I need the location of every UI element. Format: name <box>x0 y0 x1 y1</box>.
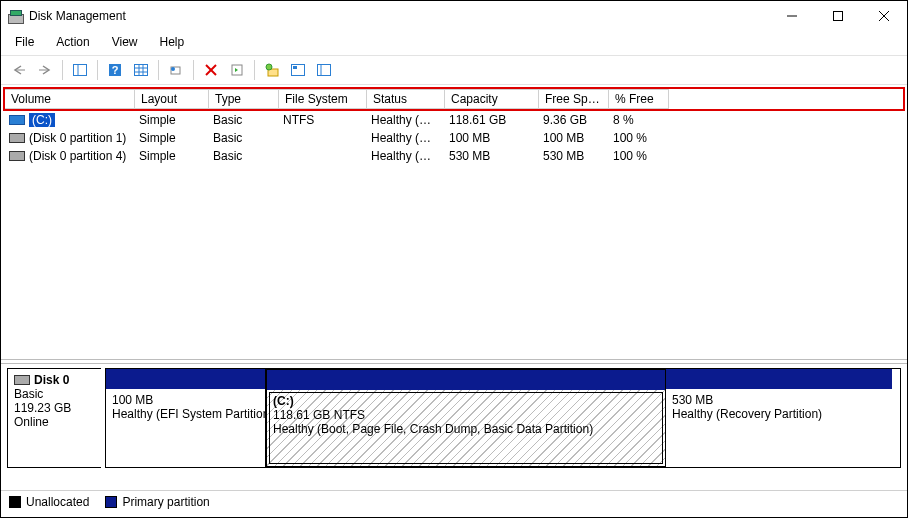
column-layout[interactable]: Layout <box>135 89 209 109</box>
volume-icon <box>9 115 25 125</box>
partition[interactable]: 100 MBHealthy (EFI System Partition) <box>106 369 266 467</box>
svg-text:?: ? <box>112 64 119 76</box>
back-button[interactable] <box>7 58 31 82</box>
menu-help[interactable]: Help <box>156 33 189 51</box>
svg-rect-25 <box>318 65 331 76</box>
svg-point-22 <box>266 64 272 70</box>
legend-unallocated: Unallocated <box>26 495 89 509</box>
delete-button[interactable] <box>199 58 223 82</box>
forward-button[interactable] <box>33 58 57 82</box>
svg-line-2 <box>879 11 889 21</box>
disk-map: Disk 0 Basic 119.23 GB Online 100 MBHeal… <box>1 364 907 472</box>
svg-rect-10 <box>135 65 148 76</box>
partition[interactable]: 530 MBHealthy (Recovery Partition) <box>666 369 892 467</box>
legend-swatch-primary <box>105 496 117 508</box>
menu-view[interactable]: View <box>108 33 142 51</box>
action-button[interactable] <box>225 58 249 82</box>
volume-list-header[interactable]: Volume Layout Type File System Status Ca… <box>3 87 905 111</box>
legend: Unallocated Primary partition <box>1 490 907 517</box>
column-filesystem[interactable]: File System <box>279 89 367 109</box>
column-type[interactable]: Type <box>209 89 279 109</box>
column-percent-free[interactable]: % Free <box>609 89 669 109</box>
disk-name: Disk 0 <box>34 373 69 387</box>
column-capacity[interactable]: Capacity <box>445 89 539 109</box>
column-status[interactable]: Status <box>367 89 445 109</box>
close-button[interactable] <box>861 1 907 31</box>
refresh-button[interactable] <box>129 58 153 82</box>
svg-rect-24 <box>293 66 297 69</box>
disk-info[interactable]: Disk 0 Basic 119.23 GB Online <box>7 368 101 468</box>
menu-action[interactable]: Action <box>52 33 93 51</box>
svg-marker-20 <box>235 68 238 72</box>
legend-primary: Primary partition <box>122 495 209 509</box>
disk-icon <box>14 375 30 385</box>
settings-button[interactable] <box>312 58 336 82</box>
column-volume[interactable]: Volume <box>5 89 135 109</box>
new-partition-button[interactable] <box>260 58 284 82</box>
extend-volume-button[interactable] <box>286 58 310 82</box>
svg-rect-1 <box>834 12 843 21</box>
volume-icon <box>9 133 25 143</box>
partition[interactable]: (C:)118.61 GB NTFSHealthy (Boot, Page Fi… <box>266 369 666 467</box>
menu-file[interactable]: File <box>11 33 38 51</box>
volume-row[interactable]: (Disk 0 partition 1)SimpleBasicHealthy (… <box>3 129 905 147</box>
svg-rect-6 <box>74 65 87 76</box>
volume-icon <box>9 151 25 161</box>
minimize-button[interactable] <box>769 1 815 31</box>
help-button[interactable]: ? <box>103 58 127 82</box>
disk-status: Online <box>14 415 95 429</box>
properties-button[interactable] <box>164 58 188 82</box>
show-hide-console-tree-button[interactable] <box>68 58 92 82</box>
legend-swatch-unallocated <box>9 496 21 508</box>
disk-type: Basic <box>14 387 95 401</box>
volume-row[interactable]: (Disk 0 partition 4)SimpleBasicHealthy (… <box>3 147 905 165</box>
volume-list[interactable]: Volume Layout Type File System Status Ca… <box>1 85 907 359</box>
disk-size: 119.23 GB <box>14 401 95 415</box>
column-free-space[interactable]: Free Spa... <box>539 89 609 109</box>
app-icon <box>7 8 23 24</box>
window-title: Disk Management <box>29 9 126 23</box>
volume-row[interactable]: (C:)SimpleBasicNTFSHealthy (B...118.61 G… <box>3 111 905 129</box>
maximize-button[interactable] <box>815 1 861 31</box>
svg-point-16 <box>171 67 175 71</box>
svg-line-3 <box>879 11 889 21</box>
